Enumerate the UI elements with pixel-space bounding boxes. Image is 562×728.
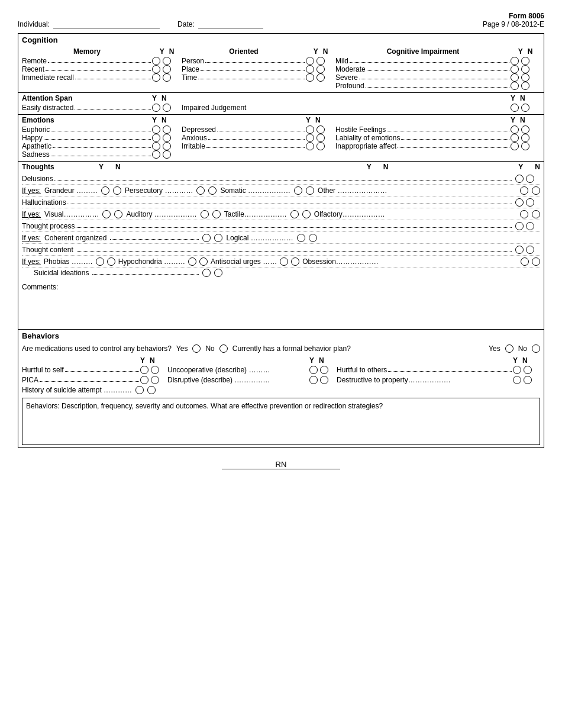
- emotion-apathetic-n[interactable]: [163, 142, 171, 150]
- emotion-inappropriate-yn[interactable]: [511, 142, 540, 150]
- emotion-sadness-n[interactable]: [163, 150, 171, 159]
- behaviors-meds-no[interactable]: [219, 344, 228, 353]
- impaired-judgement-yn[interactable]: [511, 104, 540, 112]
- thought-content-obsession-n[interactable]: [532, 257, 540, 266]
- delusions-persecutory-n[interactable]: [208, 186, 217, 195]
- oriented-person-yn[interactable]: [306, 57, 335, 65]
- oriented-time-yn[interactable]: [306, 73, 335, 82]
- thought-process-coherent-y[interactable]: [202, 234, 211, 242]
- thought-content-yn[interactable]: [515, 246, 540, 254]
- beh-destructive-yn[interactable]: [513, 376, 540, 384]
- beh-uncooperative-n[interactable]: [320, 366, 328, 374]
- emotion-hostile-yn[interactable]: [511, 125, 540, 134]
- delusions-other-y[interactable]: [520, 186, 528, 195]
- delusions-persecutory-y[interactable]: [196, 186, 205, 195]
- cognitive-moderate-y[interactable]: [511, 65, 519, 73]
- memory-recent-yn[interactable]: [152, 65, 182, 73]
- suicidal-n[interactable]: [214, 269, 222, 277]
- emotion-anxious-y[interactable]: [306, 134, 314, 142]
- thought-content-y[interactable]: [515, 246, 524, 254]
- beh-hurtful-others-n[interactable]: [524, 366, 532, 374]
- thought-content-phobias-n[interactable]: [107, 257, 115, 266]
- hallucinations-visual-n[interactable]: [114, 210, 122, 218]
- emotion-inappropriate-y[interactable]: [511, 142, 519, 150]
- beh-disruptive-y[interactable]: [309, 376, 318, 384]
- easily-distracted-y[interactable]: [152, 104, 160, 112]
- thought-process-yn[interactable]: [515, 222, 540, 230]
- cognitive-mild-y[interactable]: [511, 57, 519, 65]
- thought-process-logical-y[interactable]: [297, 234, 305, 242]
- oriented-place-yn[interactable]: [306, 65, 335, 73]
- memory-immediate-yn[interactable]: [152, 73, 182, 82]
- beh-hurtful-self-n[interactable]: [151, 366, 159, 374]
- cognitive-severe-y[interactable]: [511, 73, 519, 82]
- thought-content-antisocial-y[interactable]: [280, 257, 288, 266]
- memory-remote-n[interactable]: [163, 57, 171, 65]
- emotion-labiality-yn[interactable]: [511, 134, 540, 142]
- cognitive-profound-yn[interactable]: [511, 82, 540, 90]
- oriented-place-n[interactable]: [316, 65, 325, 73]
- memory-immediate-y[interactable]: [152, 73, 160, 82]
- cognitive-moderate-yn[interactable]: [511, 65, 540, 73]
- beh-destructive-n[interactable]: [524, 376, 532, 384]
- oriented-place-y[interactable]: [306, 65, 314, 73]
- beh-suicide-y[interactable]: [135, 386, 144, 394]
- thought-process-y[interactable]: [515, 222, 524, 230]
- thought-content-n[interactable]: [526, 246, 534, 254]
- behaviors-plan-yes[interactable]: [505, 344, 513, 353]
- hallucinations-yn[interactable]: [515, 198, 540, 207]
- hallucinations-tactile-y[interactable]: [290, 210, 299, 218]
- thought-process-coherent-n[interactable]: [214, 234, 222, 242]
- behaviors-plan-no[interactable]: [532, 344, 540, 353]
- beh-hurtful-others-yn[interactable]: [513, 366, 540, 374]
- cognitive-severe-n[interactable]: [521, 73, 529, 82]
- cognitive-mild-n[interactable]: [521, 57, 529, 65]
- cognitive-moderate-n[interactable]: [521, 65, 529, 73]
- emotion-euphoric-y[interactable]: [152, 125, 160, 134]
- hallucinations-visual-y[interactable]: [102, 210, 111, 218]
- delusions-somatic-n[interactable]: [306, 186, 314, 195]
- hallucinations-olfactory-n[interactable]: [532, 210, 540, 218]
- behaviors-meds-yes[interactable]: [192, 344, 201, 353]
- emotion-euphoric-yn[interactable]: [152, 125, 182, 134]
- emotion-inappropriate-n[interactable]: [521, 142, 529, 150]
- thought-process-n[interactable]: [526, 222, 534, 230]
- impaired-judgement-n[interactable]: [521, 104, 529, 112]
- individual-input[interactable]: [53, 18, 160, 28]
- emotion-irritable-n[interactable]: [316, 142, 325, 150]
- beh-hurtful-others-y[interactable]: [513, 366, 521, 374]
- beh-hurtful-self-y[interactable]: [140, 366, 148, 374]
- thought-content-hypochondria-n[interactable]: [199, 257, 208, 266]
- emotion-happy-yn[interactable]: [152, 134, 182, 142]
- easily-distracted-yn[interactable]: [152, 104, 182, 112]
- emotion-labiality-y[interactable]: [511, 134, 519, 142]
- delusions-yn[interactable]: [515, 175, 540, 183]
- hallucinations-n[interactable]: [526, 198, 534, 207]
- delusions-somatic-y[interactable]: [294, 186, 302, 195]
- emotion-happy-y[interactable]: [152, 134, 160, 142]
- hallucinations-auditory-n[interactable]: [212, 210, 221, 218]
- thought-content-obsession-y[interactable]: [521, 257, 529, 266]
- memory-remote-yn[interactable]: [152, 57, 182, 65]
- beh-destructive-y[interactable]: [513, 376, 521, 384]
- hallucinations-auditory-y[interactable]: [201, 210, 209, 218]
- beh-suicide-n[interactable]: [147, 386, 156, 394]
- beh-uncooperative-yn[interactable]: [309, 366, 337, 374]
- emotion-anxious-yn[interactable]: [306, 134, 335, 142]
- beh-disruptive-yn[interactable]: [309, 376, 337, 384]
- cognitive-profound-y[interactable]: [511, 82, 519, 90]
- thought-content-hypochondria-y[interactable]: [188, 257, 196, 266]
- beh-pica-n[interactable]: [151, 376, 159, 384]
- emotion-happy-n[interactable]: [163, 134, 171, 142]
- emotion-depressed-n[interactable]: [316, 125, 325, 134]
- oriented-time-y[interactable]: [306, 73, 314, 82]
- emotion-hostile-y[interactable]: [511, 125, 519, 134]
- emotion-apathetic-y[interactable]: [152, 142, 160, 150]
- thought-content-phobias-y[interactable]: [96, 257, 104, 266]
- delusions-grandeur-y[interactable]: [101, 186, 109, 195]
- date-input[interactable]: [198, 18, 263, 28]
- hallucinations-tactile-n[interactable]: [302, 210, 311, 218]
- emotion-euphoric-n[interactable]: [163, 125, 171, 134]
- emotion-depressed-y[interactable]: [306, 125, 314, 134]
- cognitive-mild-yn[interactable]: [511, 57, 540, 65]
